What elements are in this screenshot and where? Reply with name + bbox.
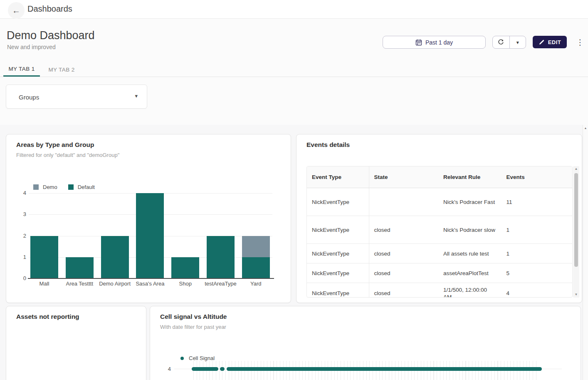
table-cell: NickEventType [307,283,369,298]
card-title: Cell signal vs Altitude [160,313,227,320]
legend-label: Cell Signal [189,355,215,361]
pencil-icon [539,39,545,45]
tab-label: MY TAB 2 [48,67,74,73]
table-cell: Nick's Podracer Fast [438,188,502,216]
table-cell: 4 [502,283,572,298]
edit-label: EDIT [548,39,561,45]
bar-segment-demo[interactable] [242,236,270,257]
date-range-button[interactable]: Past 1 day [383,36,486,49]
scrollbar-thumb[interactable] [574,173,578,267]
table-cell: Nick's Podracer slow [438,216,502,243]
table-cell: NickEventType [307,216,369,243]
table-cell: assetAreaPlotTest [438,263,502,283]
table-cell: NickEventType [307,188,369,216]
table-cell: closed [369,263,438,283]
arrow-left-icon: ← [12,6,20,15]
topbar-title: Dashboards [27,4,72,14]
events-table-scrollbar[interactable]: ▲ ▼ [573,166,579,298]
bar-y-tick: 2 [12,233,26,239]
card-cell-signal: Cell signal vs Altitude With date filter… [150,306,581,380]
scroll-up-icon[interactable]: ▲ [573,166,579,172]
bar-segment-default[interactable] [30,236,58,279]
scatter-legend[interactable]: Cell Signal [180,355,215,361]
table-row[interactable]: NickEventTypeclosedassetAreaPlotTest5 [307,263,572,283]
events-table: Event TypeStateRelevant RuleEventsNickEv… [306,166,573,298]
bar-x-tick: Shop [167,281,204,287]
bar-segment-default[interactable] [207,236,235,279]
bar-x-tick: Mall [26,281,63,287]
table-cell: NickEventType [307,263,369,283]
calendar-icon [415,39,422,46]
scatter-point-band[interactable] [192,367,218,371]
bar-segment-default[interactable] [66,257,94,278]
bar-x-tick: Sasa's Area [131,281,169,287]
date-range-label: Past 1 day [425,39,453,46]
table-cell: 1/1/500, 12:00:00 AM [438,283,502,298]
table-row[interactable]: NickEventTypeclosedAll assets rule test1 [307,244,572,263]
groups-select-label: Groups [19,94,39,101]
groups-select[interactable]: Groups ▾ [6,84,147,109]
bar-y-tick: 0 [12,275,26,281]
scatter-point-band[interactable] [220,367,225,371]
bar-segment-default[interactable] [242,257,270,278]
table-row[interactable]: NickEventTypeclosed1/1/500, 12:00:00 AM4 [307,283,572,298]
kebab-icon: ⋮ [576,37,584,47]
column-header[interactable]: State [369,166,438,188]
column-header[interactable]: Relevant Rule [438,166,502,188]
table-cell: NickEventType [307,244,369,263]
bar-x-tick: Area Testttt [61,281,98,287]
tab-my-tab-1[interactable]: MY TAB 1 [3,62,40,77]
page-scrollbar[interactable]: ▲ [583,125,588,380]
tab-label: MY TAB 1 [8,66,35,72]
bar-segment-default[interactable] [136,193,164,278]
bar-y-tick: 3 [12,211,26,217]
card-title: Assets not reporting [16,313,79,320]
bar-chart-x-axis [28,278,274,279]
column-header[interactable]: Event Type [307,166,369,188]
edit-button[interactable]: EDIT [533,36,567,48]
scatter-y-tick: 4 [158,366,171,372]
bar-x-tick: testAreaType [202,281,240,287]
refresh-button[interactable] [493,36,509,48]
card-events-details: Events details Event TypeStateRelevant R… [296,134,582,303]
legend-dot [180,357,184,360]
top-app-bar: ← Dashboards [0,0,588,19]
bar-y-tick: 1 [12,254,26,260]
refresh-split-button: ▾ [492,36,526,49]
table-cell: 1 [502,216,572,243]
bar-segment-default[interactable] [101,236,129,279]
page-title: Demo Dashboard [7,29,95,42]
table-cell: 1 [502,244,572,263]
table-row[interactable]: NickEventTypeclosedNick's Podracer slow1 [307,216,572,244]
card-areas-by-type: Areas by Type and Group Filtered for onl… [6,134,291,303]
table-cell: 5 [502,263,572,283]
table-header-row: Event TypeStateRelevant RuleEvents [307,166,572,188]
scroll-up-icon[interactable]: ▲ [583,127,588,129]
scatter-point-band[interactable] [227,367,542,371]
table-cell: closed [369,216,438,243]
tab-bar: MY TAB 1 MY TAB 2 [0,62,588,77]
bar-segment-default[interactable] [171,257,199,278]
tab-my-tab-2[interactable]: MY TAB 2 [47,62,77,77]
refresh-icon [497,39,504,46]
table-cell [369,188,438,216]
bar-x-tick: Demo Airport [96,281,133,287]
page-subtitle: New and improved [7,44,56,50]
chevron-down-icon: ▾ [135,93,138,99]
card-assets-not-reporting: Assets not reporting [6,306,146,380]
back-button[interactable]: ← [8,2,25,19]
kebab-menu-button[interactable]: ⋮ [575,37,586,47]
refresh-options-button[interactable]: ▾ [509,36,526,48]
table-cell: 11 [502,188,572,216]
card-title: Events details [306,141,350,149]
table-row[interactable]: NickEventTypeNick's Podracer Fast11 [307,188,572,216]
bar-x-tick: Yard [237,281,274,287]
scroll-down-icon[interactable]: ▼ [573,292,579,298]
column-header[interactable]: Events [502,166,572,188]
table-cell: closed [369,283,438,298]
bar-y-tick: 4 [12,190,26,196]
chevron-down-icon: ▾ [516,40,519,45]
table-cell: closed [369,244,438,263]
card-subtitle: With date filter for past year [160,324,226,330]
table-cell: All assets rule test [438,244,502,263]
